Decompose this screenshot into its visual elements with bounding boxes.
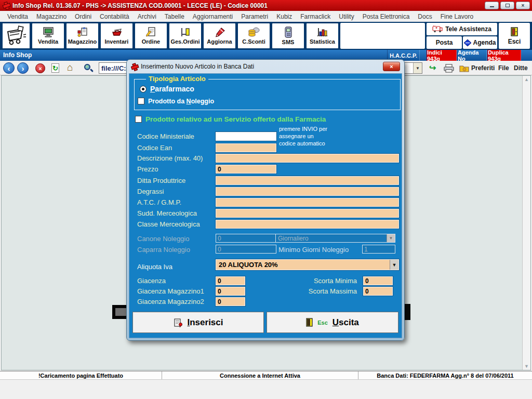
- nav-forward-button[interactable]: ›: [17, 62, 29, 74]
- toolbar-button-label: Inventari: [105, 38, 129, 45]
- toolbar-gesordini-button[interactable]: Ges.Ordini: [169, 23, 202, 49]
- codice-ministeriale-input[interactable]: [216, 132, 276, 141]
- toolbar-sms-button[interactable]: SMS: [272, 23, 304, 49]
- nav-stop-button[interactable]: ×: [35, 63, 45, 73]
- toolbar-button-label: C.Sconti: [242, 38, 265, 45]
- menu-posta-elettronica[interactable]: Posta Elettronica: [358, 13, 414, 20]
- indici-badge[interactable]: Indici 943g: [427, 50, 457, 61]
- agenda-no-badge[interactable]: Agenda No: [457, 50, 487, 61]
- preferiti-link[interactable]: Preferiti: [471, 64, 495, 72]
- menu-magazzino[interactable]: Magazzino: [32, 13, 71, 20]
- codice-ean-label: Codice Ean: [137, 144, 172, 152]
- ditta-produttrice-input[interactable]: [216, 176, 399, 185]
- menu-utility[interactable]: Utility: [335, 13, 358, 20]
- toolbar-button-label: Magazzino: [68, 38, 97, 45]
- agenda-label: Agenda: [473, 39, 496, 46]
- restore-button[interactable]: [500, 2, 514, 9]
- parafarmaco-radio[interactable]: [140, 86, 147, 92]
- codice-ean-input[interactable]: [216, 143, 276, 152]
- caparra-noleggio-label: Caparra Noleggio: [137, 246, 190, 254]
- infobar-app-label: Info Shop: [3, 51, 32, 59]
- vertical-scrollbar[interactable]: ▲ ▼: [522, 76, 530, 370]
- file-link[interactable]: File: [498, 64, 509, 72]
- giacenza-input[interactable]: [216, 276, 245, 285]
- close-button[interactable]: ×: [516, 2, 530, 9]
- minimo-giorni-label: Minimo Giorni Noleggio: [278, 246, 349, 254]
- esc-key-label: Esc: [317, 320, 328, 326]
- app-cross-icon: [2, 1, 10, 9]
- aliquota-iva-select[interactable]: 20 ALIQUOTA 20% ▼: [216, 259, 399, 270]
- scorta-minima-input[interactable]: [363, 276, 393, 285]
- tele-assistenza-button[interactable]: Tele Assistenza: [427, 23, 497, 35]
- url-dropdown-button[interactable]: ▼: [413, 63, 422, 73]
- giacenza-mag1-input[interactable]: [216, 287, 245, 296]
- insert-doc-icon: [174, 318, 183, 327]
- classe-merceologica-label: Classe Merceologica: [137, 220, 200, 228]
- menu-aggiornamenti[interactable]: Aggiornamenti: [189, 13, 237, 20]
- menu-archivi[interactable]: Archivi: [134, 13, 161, 20]
- codice-ministeriale-label: Codice Ministeriale: [137, 132, 194, 140]
- nav-search-button[interactable]: [84, 64, 93, 73]
- toolbar-inventari-button[interactable]: Inventari: [100, 23, 133, 49]
- toolbar-button-label: Ges.Ordini: [170, 38, 200, 45]
- print-icon[interactable]: [443, 64, 455, 73]
- forward-icon: ›: [22, 64, 24, 72]
- go-button[interactable]: ↪: [429, 63, 436, 73]
- menu-contabilita[interactable]: Contabilità: [96, 13, 134, 20]
- prezzo-input[interactable]: [216, 165, 276, 174]
- menu-fine-lavoro[interactable]: Fine Lavoro: [436, 13, 477, 20]
- uscita-label-initial: U: [332, 317, 339, 327]
- sudd-merceologica-input[interactable]: [216, 209, 399, 218]
- posta-button[interactable]: Posta: [427, 36, 462, 49]
- menu-vendita[interactable]: Vendita: [3, 13, 32, 20]
- scroll-down-icon[interactable]: ▼: [523, 364, 530, 369]
- back-icon: ‹: [8, 64, 10, 72]
- atc-gmp-label: A.T.C. / G.M.P.: [137, 198, 181, 206]
- classe-merceologica-input[interactable]: [216, 220, 399, 229]
- ditte-link[interactable]: Ditte: [514, 64, 528, 72]
- giacenza-mag2-input[interactable]: [216, 297, 245, 306]
- nav-home-button[interactable]: ⌂: [67, 62, 73, 73]
- nav-back-button[interactable]: ‹: [3, 62, 15, 74]
- parafarmaco-label-initial: P: [150, 85, 155, 93]
- menu-tabelle[interactable]: Tabelle: [161, 13, 189, 20]
- toolbar-csconti-button[interactable]: C.Sconti: [237, 23, 270, 49]
- toolbar-statistica-button[interactable]: Statistica: [306, 23, 339, 49]
- toolbar-ordine-button[interactable]: Ordine: [135, 23, 167, 49]
- degrassi-input[interactable]: [216, 187, 399, 196]
- esci-button[interactable]: Esci: [499, 23, 530, 49]
- canone-noleggio-label: Canone Noleggio: [137, 235, 189, 243]
- duplica-badge[interactable]: Duplica 943g: [487, 50, 521, 61]
- minimize-button[interactable]: [485, 2, 499, 9]
- degrassi-label: Degrassi: [137, 188, 164, 195]
- servizio-checkbox[interactable]: [135, 116, 142, 123]
- uscita-label: Uscita: [332, 317, 359, 328]
- menu-farmaclick[interactable]: Farmaclick: [296, 13, 335, 20]
- status-banca-dati: Banca Dati: FEDERFARMA Agg.n° 8 del 07/0…: [358, 371, 532, 379]
- toolbar-vendita-button[interactable]: Vendita: [32, 23, 64, 49]
- chart-icon: [316, 27, 329, 37]
- menu-kubiz[interactable]: Kubiz: [272, 13, 296, 20]
- atc-gmp-input[interactable]: [216, 198, 399, 207]
- nav-refresh-button[interactable]: ↻: [51, 63, 59, 73]
- menu-parametri[interactable]: Parametri: [237, 13, 272, 20]
- scorta-massima-input[interactable]: [363, 287, 393, 296]
- inserisci-button[interactable]: Inserisci: [132, 312, 264, 333]
- coins-icon: [247, 27, 261, 37]
- descrizione-input[interactable]: [216, 154, 399, 163]
- agenda-button[interactable]: Agenda: [463, 36, 497, 49]
- favorites-folder-icon[interactable]: [459, 64, 469, 72]
- dialog-close-button[interactable]: ×: [383, 62, 400, 71]
- uscita-button[interactable]: Esc Uscita: [267, 312, 398, 333]
- scroll-up-icon[interactable]: ▲: [523, 77, 530, 82]
- sudd-merceologica-label: Sudd. Merceologica: [137, 209, 197, 217]
- toolbar-aggiorna-button[interactable]: Aggiorna: [203, 23, 236, 49]
- giacenza-mag2-label: Giacenza Magazzino2: [137, 298, 204, 305]
- menu-ordini[interactable]: Ordini: [71, 13, 96, 20]
- dialog-cross-icon: [130, 62, 139, 71]
- prodotto-noleggio-checkbox[interactable]: [138, 98, 144, 104]
- cart-logo-icon: [5, 25, 28, 46]
- toolbar-button-label: Aggiorna: [207, 38, 232, 45]
- toolbar-magazzino-button[interactable]: Magazzino: [66, 23, 99, 49]
- menu-docs[interactable]: Docs: [414, 13, 436, 20]
